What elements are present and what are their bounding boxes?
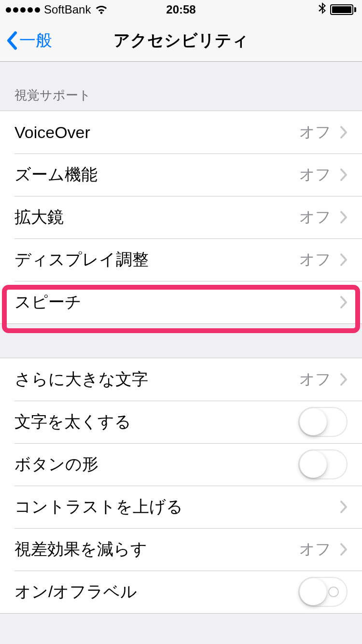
status-bar: SoftBank 20:58 [0,0,362,19]
row-reduce-motion[interactable]: 視差効果を減らす オフ [0,528,362,571]
row-button-shapes[interactable]: ボタンの形 [0,443,362,486]
row-label: オン/オフラベル [14,581,298,603]
row-speech[interactable]: スピーチ [0,281,362,323]
status-right [319,2,356,17]
row-voiceover[interactable]: VoiceOver オフ [0,111,362,154]
chevron-right-icon [340,210,348,224]
battery-icon [330,4,356,15]
row-display-accommodations[interactable]: ディスプレイ調整 オフ [0,238,362,281]
chevron-right-icon [340,295,348,309]
row-label: ズーム機能 [14,164,299,186]
signal-strength-icon [6,7,40,13]
row-value: オフ [299,539,331,560]
row-on-off-labels[interactable]: オン/オフラベル [0,571,362,613]
carrier-label: SoftBank [44,3,91,16]
chevron-right-icon [340,543,348,556]
row-zoom[interactable]: ズーム機能 オフ [0,154,362,196]
row-value: オフ [299,249,331,270]
back-label: 一般 [19,29,52,52]
list-group-text: さらに大きな文字 オフ 文字を太くする ボタンの形 コントラストを上げる 視差効… [0,358,362,614]
chevron-left-icon [6,31,17,50]
toggle-bold-text[interactable] [298,407,348,437]
row-magnifier[interactable]: 拡大鏡 オフ [0,196,362,238]
row-label: 視差効果を減らす [14,538,299,560]
toggle-button-shapes[interactable] [298,449,348,479]
row-value: オフ [299,164,331,185]
toggle-on-off-labels[interactable] [298,577,348,607]
row-label: ディスプレイ調整 [14,249,299,271]
row-label: 文字を太くする [14,411,298,433]
row-label: 拡大鏡 [14,206,299,228]
row-bold-text[interactable]: 文字を太くする [0,401,362,443]
row-label: さらに大きな文字 [14,368,299,391]
row-label: スピーチ [14,291,331,313]
chevron-right-icon [340,500,348,514]
row-label: ボタンの形 [14,453,298,476]
row-label: コントラストを上げる [14,496,331,518]
chevron-right-icon [340,373,348,386]
bluetooth-icon [319,2,326,17]
back-button[interactable]: 一般 [0,29,52,52]
page-title: アクセシビリティ [113,29,249,52]
section-header-vision: 視覚サポート [0,62,362,111]
row-larger-text[interactable]: さらに大きな文字 オフ [0,358,362,401]
chevron-right-icon [340,126,348,139]
row-value: オフ [299,369,331,390]
row-increase-contrast[interactable]: コントラストを上げる [0,486,362,528]
chevron-right-icon [340,253,348,266]
row-label: VoiceOver [14,123,299,142]
chevron-right-icon [340,168,348,182]
group-gap [0,324,362,358]
nav-bar: 一般 アクセシビリティ [0,19,362,62]
wifi-icon [95,4,108,15]
row-value: オフ [299,122,331,143]
row-value: オフ [299,207,331,228]
status-left: SoftBank [6,3,108,16]
list-group-vision: VoiceOver オフ ズーム機能 オフ 拡大鏡 オフ ディスプレイ調整 オフ… [0,111,362,324]
status-time: 20:58 [166,3,195,16]
